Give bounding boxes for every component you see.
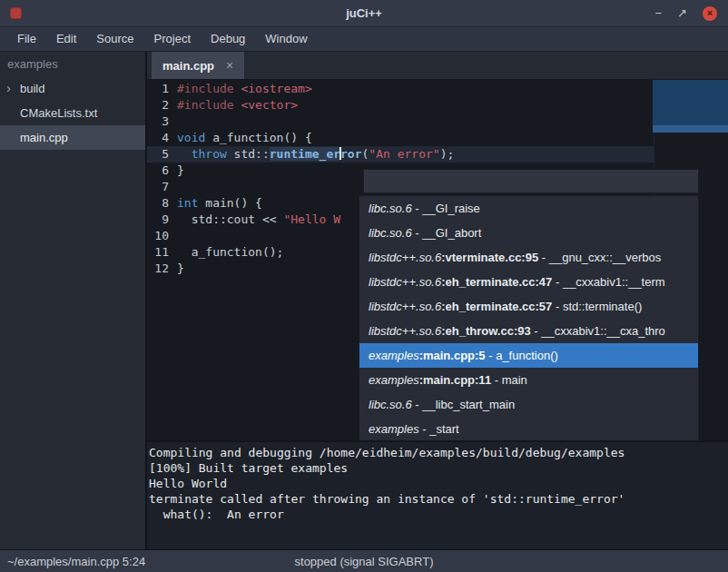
code-line-3[interactable]: 3: [147, 113, 728, 130]
terminal-line-1: Compiling and debugging /home/eidheim/ex…: [149, 445, 728, 460]
stack-frame-3[interactable]: libstdc++.so.6:eh_terminate.cc:47 - __cx…: [359, 270, 698, 294]
stack-frame-7[interactable]: examples:main.cpp:11 - main: [359, 368, 698, 392]
line-number: 12: [147, 261, 169, 277]
frame-lib: examples: [369, 422, 419, 436]
code-token: throw: [192, 147, 227, 161]
tab-label: main.cpp: [162, 59, 214, 73]
terminal-line-5: what(): An error: [149, 507, 728, 522]
line-number: 4: [147, 130, 169, 146]
menu-project[interactable]: Project: [144, 27, 201, 51]
code-token: ror: [340, 147, 361, 161]
stack-frame-8[interactable]: libc.so.6 - __libc_start_main: [359, 392, 698, 417]
line-number: 10: [147, 228, 169, 244]
stack-frame-1[interactable]: libc.so.6 - __GI_abort: [359, 221, 698, 245]
file-tree-items: ›buildCMakeLists.txtmain.cpp: [0, 76, 145, 150]
main-area: examples ›buildCMakeLists.txtmain.cpp ma…: [0, 52, 728, 549]
stack-trace-popup: libc.so.6 - __GI_raiselibc.so.6 - __GI_a…: [359, 195, 699, 440]
stack-frame-0[interactable]: libc.so.6 - __GI_raise: [359, 196, 698, 221]
file-label: build: [20, 82, 44, 95]
line-text: int main() {: [177, 196, 262, 210]
line-text: std::cout << "Hello W: [177, 212, 340, 226]
code-token: main() {: [198, 196, 261, 210]
code-token: }: [177, 261, 184, 275]
menu-debug[interactable]: Debug: [201, 27, 255, 51]
sidebar-item-cmakelists-txt[interactable]: CMakeLists.txt: [0, 101, 145, 125]
code-token: a_function() {: [205, 131, 311, 144]
code-token: std::cout <<: [177, 212, 283, 226]
line-number: 5: [147, 146, 169, 163]
line-text: a_function();: [177, 245, 283, 259]
stack-frame-5[interactable]: libstdc++.so.6:eh_throw.cc:93 - __cxxabi…: [359, 319, 698, 343]
line-number: 11: [147, 244, 169, 261]
project-name: examples: [0, 52, 145, 76]
menu-bar: FileEditSourceProjectDebugWindow: [0, 27, 728, 52]
code-token: }: [177, 163, 184, 177]
frame-lib: libstdc++.so.6: [369, 324, 441, 338]
code-token: "Hello W: [283, 212, 340, 226]
menu-window[interactable]: Window: [255, 27, 317, 51]
status-debug-state: stopped (signal SIGABRT): [0, 555, 728, 568]
frame-function: - a_function(): [486, 349, 558, 362]
code-token: );: [440, 147, 455, 161]
frame-function: - __GI_raise: [412, 202, 480, 215]
file-tree: examples ›buildCMakeLists.txtmain.cpp: [0, 52, 147, 549]
frame-location: :eh_terminate.cc:57: [441, 300, 552, 313]
window-title: juCi++: [0, 6, 728, 20]
frame-lib: examples: [369, 349, 419, 362]
frame-function: - __cxxabiv1::__cxa_thro: [531, 324, 665, 338]
code-token: int: [177, 196, 198, 210]
tooltip-preview: [653, 80, 728, 133]
line-text: }: [177, 261, 184, 275]
minimize-button[interactable]: −: [655, 7, 663, 19]
code-token: runtime_er: [270, 147, 340, 161]
menu-source[interactable]: Source: [86, 27, 143, 51]
restore-button[interactable]: ↗: [677, 7, 687, 19]
frame-function: - __libc_start_main: [412, 398, 515, 411]
close-button[interactable]: ×: [703, 6, 717, 21]
chevron-right-icon: ›: [6, 75, 20, 100]
tab-close-icon[interactable]: ×: [226, 58, 233, 73]
tooltip-box: [363, 169, 699, 193]
code-line-1[interactable]: 1#include <iostream>: [147, 81, 728, 97]
code-token: a_function();: [177, 245, 283, 259]
frame-location: :eh_throw.cc:93: [441, 324, 531, 338]
frame-lib: libstdc++.so.6: [369, 275, 441, 289]
line-text: #include <iostream>: [177, 82, 312, 95]
frame-lib: examples: [369, 373, 419, 387]
code-line-4[interactable]: 4void a_function() {: [147, 130, 728, 146]
stack-frame-4[interactable]: libstdc++.so.6:eh_terminate.cc:57 - std:…: [359, 294, 698, 319]
sidebar-item-main-cpp[interactable]: main.cpp: [0, 125, 145, 150]
frame-function: - std::terminate(): [552, 300, 642, 313]
menu-file[interactable]: File: [7, 27, 46, 51]
window-controls: − ↗ ×: [655, 6, 728, 21]
frame-location: :main.cpp:5: [419, 349, 486, 362]
line-number: 2: [147, 97, 169, 113]
frame-lib: libstdc++.so.6: [369, 251, 441, 264]
title-bar: juCi++ − ↗ ×: [0, 0, 728, 27]
tab-main-cpp[interactable]: main.cpp ×: [152, 52, 244, 79]
code-line-2[interactable]: 2#include <vector>: [147, 97, 728, 113]
line-number: 1: [147, 81, 169, 97]
code-token: #include: [177, 98, 234, 112]
file-label: main.cpp: [20, 131, 68, 144]
code-token: void: [177, 131, 205, 144]
code-token: std::: [227, 147, 270, 161]
stack-frame-9[interactable]: examples - _start: [359, 417, 698, 440]
stack-frame-6[interactable]: examples:main.cpp:5 - a_function(): [359, 343, 698, 368]
line-text: #include <vector>: [177, 98, 298, 112]
stack-frame-2[interactable]: libstdc++.so.6:vterminate.cc:95 - __gnu_…: [359, 245, 698, 270]
code-token: <vector>: [241, 98, 298, 112]
line-text: }: [177, 163, 184, 177]
code-line-5[interactable]: 5 throw std::runtime_error("An error");: [147, 146, 728, 163]
terminal-line-3: Hello World: [149, 476, 728, 491]
menu-edit[interactable]: Edit: [46, 27, 86, 51]
frame-lib: libc.so.6: [369, 202, 412, 215]
editor-column: main.cpp × 1#include <iostream>2#include…: [147, 52, 728, 549]
sidebar-item-build[interactable]: ›build: [0, 76, 145, 101]
frame-function: - __cxxabiv1::__term: [552, 275, 664, 289]
code-token: <iostream>: [241, 82, 311, 95]
frame-lib: libc.so.6: [369, 398, 412, 411]
line-number: 6: [147, 163, 169, 179]
status-bar: ~/examples/main.cpp 5:24 stopped (signal…: [0, 549, 728, 572]
frame-function: - _start: [419, 422, 459, 436]
